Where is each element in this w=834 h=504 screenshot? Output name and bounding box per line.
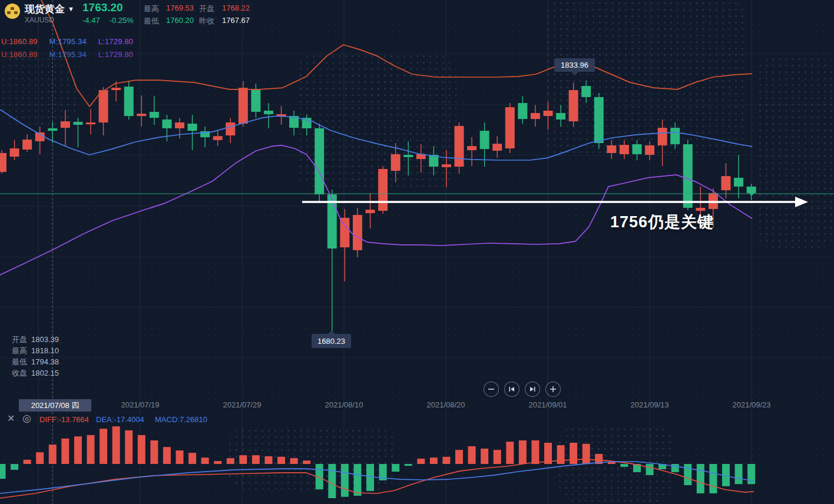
zoom-out-button[interactable] xyxy=(484,382,499,397)
zoom-in-button[interactable] xyxy=(545,382,561,397)
stat-value: 1769.53 xyxy=(166,4,194,12)
boll-mid-value: M:1795.34 xyxy=(49,37,87,46)
candle-body xyxy=(531,113,540,119)
price-change: -4.47-0.25% xyxy=(82,16,143,25)
candle-body xyxy=(544,111,553,116)
macd-bar xyxy=(87,435,94,464)
skip-to-end-button[interactable] xyxy=(525,382,540,397)
macd-bar xyxy=(36,452,44,464)
macd-bar xyxy=(519,440,527,464)
macd-bar xyxy=(290,458,298,464)
macd-bar xyxy=(735,464,743,484)
macd-bar xyxy=(646,464,654,475)
boll_lower-line xyxy=(0,145,752,275)
candle-body xyxy=(518,103,527,119)
macd-bar xyxy=(583,444,590,464)
candle-body xyxy=(353,215,362,250)
candle-body xyxy=(658,128,667,145)
macd-bar xyxy=(150,440,158,464)
macd-bar xyxy=(468,446,476,464)
stat-label: 最高 xyxy=(144,4,159,14)
trend-arrow-head xyxy=(795,197,808,207)
change-value: -4.47 xyxy=(82,16,100,25)
macd-bar xyxy=(671,464,679,472)
macd-bar xyxy=(366,464,374,491)
candle-body xyxy=(366,210,375,213)
candle-body xyxy=(442,164,451,167)
macd-bar xyxy=(100,429,107,464)
macd-bar xyxy=(353,464,361,496)
candle-body xyxy=(378,169,388,211)
macd-bar xyxy=(264,456,272,464)
macd-macd-value: MACD:7.26810 xyxy=(155,415,207,424)
boll-values-row: U:1860.89 M:1795.34 L:1729.80 xyxy=(1,50,133,59)
candle-body xyxy=(403,155,413,157)
candle-body xyxy=(645,145,654,155)
macd-bar xyxy=(697,464,704,493)
macd-bar xyxy=(417,459,425,464)
candle-body xyxy=(61,121,70,128)
candle-body xyxy=(315,128,324,194)
macd-diff-value: DIFF:-13.7664 xyxy=(39,415,89,424)
macd-bar xyxy=(442,457,450,464)
macd-bar xyxy=(328,464,336,498)
candle-body xyxy=(633,144,642,154)
boll-values-row: U:1860.89 M:1795.34 L:1729.80 xyxy=(1,37,133,46)
instrument-name: 现货黄金 xyxy=(25,4,65,15)
chart-canvas xyxy=(0,0,834,504)
macd-bar xyxy=(112,426,120,464)
skip-to-start-button[interactable] xyxy=(504,382,519,397)
macd-bar xyxy=(341,464,349,497)
chevron-down-icon: ▼ xyxy=(68,5,74,12)
x-axis-label: 2021/09/01 xyxy=(528,400,567,409)
x-axis-label: 2021/07/19 xyxy=(121,400,159,409)
boll-lower-value: L:1729.80 xyxy=(98,50,134,59)
boll-upper-value: U:1860.89 xyxy=(1,37,38,46)
candle-body xyxy=(86,122,95,124)
macd-bar xyxy=(201,457,209,464)
x-axis-highlighted-date[interactable]: 2021/07/08 四 xyxy=(19,399,91,412)
macd-bar xyxy=(747,464,755,484)
ohlc-row: 开盘1803.39 xyxy=(12,334,59,345)
macd-bar xyxy=(214,461,221,464)
stat-value: 1768.22 xyxy=(222,4,250,12)
macd-bar xyxy=(277,457,285,464)
stat-label: 开盘 xyxy=(199,4,214,14)
macd-bar xyxy=(430,457,438,464)
candle-body xyxy=(505,107,515,148)
boll-upper-value: U:1860.89 xyxy=(1,50,38,59)
macd-bar xyxy=(74,436,82,464)
last-price: 1763.20 xyxy=(82,1,123,14)
candle-body xyxy=(22,140,32,150)
candle-body xyxy=(150,112,159,118)
stat-label: 昨收 xyxy=(199,16,214,26)
candle-body xyxy=(175,122,184,128)
macd-bar xyxy=(49,445,57,464)
ohlc-row: 收盘1802.15 xyxy=(12,367,59,379)
candle-body xyxy=(455,126,464,167)
candle-body xyxy=(391,154,401,171)
candle-body xyxy=(581,86,591,97)
close-icon[interactable]: ✕ xyxy=(7,413,15,424)
macd-bar xyxy=(188,453,196,464)
macd-bar xyxy=(684,464,691,485)
ohlc-panel: 开盘1803.39 最高1818.10 最低1794.38 收盘1802.15 xyxy=(12,334,59,379)
candle-body xyxy=(188,124,197,131)
candle-body xyxy=(569,90,578,121)
candle-body xyxy=(683,144,693,208)
macd-bar xyxy=(405,464,412,466)
candle-body xyxy=(721,176,730,190)
candle-body xyxy=(734,178,743,187)
x-axis-label: 2021/07/29 xyxy=(223,400,261,409)
macd-bar xyxy=(303,460,310,464)
macd-bar xyxy=(494,450,501,464)
target-settings-icon[interactable]: ◎ xyxy=(22,412,31,425)
macd-bar xyxy=(239,455,247,464)
macd-bar xyxy=(620,464,628,467)
ohlc-row: 最高1818.10 xyxy=(12,345,59,356)
instrument-selector[interactable]: 现货黄金▼ xyxy=(25,2,74,16)
candle-body xyxy=(480,131,489,149)
candle-body xyxy=(48,128,57,131)
macd-bar xyxy=(11,464,18,470)
stat-label: 最低 xyxy=(144,16,159,26)
